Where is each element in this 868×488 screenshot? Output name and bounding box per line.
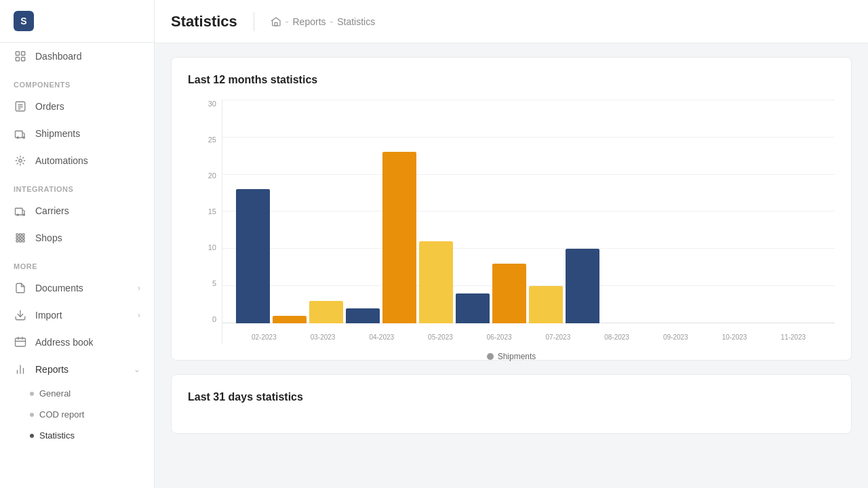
shipments-icon [14, 127, 27, 140]
svg-point-11 [19, 159, 22, 163]
y-label-5: 5 [212, 279, 216, 287]
x-label-08-2023: 08-2023 [589, 333, 645, 341]
y-label-0: 0 [212, 315, 216, 323]
sidebar-item-shipments[interactable]: Shipments [0, 120, 154, 147]
reports-label: Reports [35, 364, 68, 375]
svg-rect-4 [16, 102, 25, 111]
documents-icon [14, 281, 27, 295]
address-book-label: Address book [35, 337, 94, 348]
svg-rect-19 [20, 237, 22, 239]
breadcrumb-reports-link[interactable]: Reports [293, 16, 326, 27]
import-label: Import [35, 310, 62, 321]
sidebar-item-address-book[interactable]: Address book [0, 329, 154, 356]
legend-shipments-label: Shipments [498, 352, 536, 361]
sub-dot-cod [30, 413, 34, 417]
sidebar-item-reports[interactable]: Reports ⌄ [0, 356, 154, 383]
sidebar-sub-general[interactable]: General [0, 383, 154, 404]
sub-cod-label: COD report [39, 409, 84, 420]
section-integrations: INTEGRATIONS [0, 174, 154, 197]
sub-dot-statistics [30, 434, 34, 438]
sidebar-sub-cod-report[interactable]: COD report [0, 404, 154, 425]
bar-09-2023 [492, 264, 526, 323]
page-title: Statistics [171, 13, 237, 30]
chart-12months-container: Shipments 30 25 20 15 10 5 0 [188, 100, 835, 344]
sidebar-item-dashboard[interactable]: Dashboard [0, 43, 154, 70]
logo-icon: S [14, 11, 34, 31]
bar-05-2023 [346, 308, 380, 323]
svg-rect-22 [20, 240, 22, 242]
bar-11-2023 [566, 249, 599, 323]
y-label-10: 10 [208, 243, 216, 251]
svg-rect-16 [20, 234, 22, 236]
chart-31days-title: Last 31 days statistics [188, 391, 835, 403]
sidebar-item-automations[interactable]: Automations [0, 147, 154, 174]
x-axis-labels: 02-202303-202304-202305-202306-202307-20… [222, 333, 835, 341]
svg-rect-1 [22, 52, 25, 55]
breadcrumb-sep2: - [330, 16, 334, 27]
documents-label: Documents [35, 283, 83, 293]
sub-statistics-label: Statistics [39, 430, 75, 441]
y-label-30: 30 [208, 100, 216, 108]
main-content: Last 12 months statistics Shipments 30 2… [155, 43, 868, 488]
reports-icon [14, 363, 27, 376]
sidebar: S Dashboard COMPONENTS Orders Shipments … [0, 0, 155, 488]
y-label-15: 15 [208, 207, 216, 216]
sidebar-item-carriers[interactable]: Carriers [0, 197, 154, 224]
sidebar-sub-statistics[interactable]: Statistics [0, 425, 154, 446]
x-label-02-2023: 02-2023 [236, 333, 292, 341]
shops-label: Shops [35, 232, 62, 243]
svg-rect-0 [16, 52, 19, 55]
shipments-label: Shipments [35, 128, 80, 139]
breadcrumb-current: Statistics [337, 16, 375, 27]
bar-07-2023 [419, 241, 453, 323]
section-components: COMPONENTS [0, 70, 154, 93]
breadcrumb-sep1: - [285, 16, 289, 27]
y-label-25: 25 [208, 136, 216, 144]
svg-rect-18 [16, 237, 18, 239]
svg-rect-17 [22, 234, 24, 236]
svg-rect-2 [16, 58, 19, 61]
bars-container [222, 100, 835, 323]
carriers-icon [14, 204, 27, 218]
shops-icon [14, 231, 27, 245]
import-arrow: › [138, 310, 140, 320]
orders-label: Orders [35, 101, 64, 112]
svg-rect-21 [16, 240, 18, 242]
breadcrumb: - Reports - Statistics [271, 16, 375, 27]
dashboard-label: Dashboard [35, 51, 82, 62]
sidebar-item-documents[interactable]: Documents › [0, 274, 154, 302]
header-divider [254, 12, 254, 31]
chart-12months-card: Last 12 months statistics Shipments 30 2… [171, 57, 852, 361]
orders-icon [14, 100, 27, 113]
svg-rect-23 [22, 240, 24, 242]
legend-shipments: Shipments [487, 352, 536, 361]
bar-04-2023 [309, 301, 343, 323]
import-icon [14, 308, 27, 322]
automations-label: Automations [35, 155, 88, 166]
svg-rect-3 [22, 58, 25, 61]
svg-rect-15 [16, 234, 18, 236]
chart-legend: Shipments [188, 352, 835, 361]
sub-dot-general [30, 392, 34, 396]
reports-arrow: ⌄ [134, 365, 140, 374]
legend-dot-shipments [487, 353, 494, 360]
y-label-20: 20 [208, 171, 216, 180]
x-label-07-2023: 07-2023 [530, 333, 587, 341]
chart-12months-title: Last 12 months statistics [188, 74, 835, 86]
bar-08-2023 [456, 293, 490, 323]
breadcrumb-home-icon[interactable] [271, 16, 281, 27]
sidebar-item-orders[interactable]: Orders [0, 93, 154, 120]
x-label-05-2023: 05-2023 [412, 333, 469, 341]
svg-rect-31 [275, 22, 277, 26]
svg-rect-20 [22, 237, 24, 239]
sidebar-item-shops[interactable]: Shops [0, 224, 154, 251]
x-label-09-2023: 09-2023 [648, 333, 704, 341]
sidebar-item-import[interactable]: Import › [0, 302, 154, 329]
x-label-04-2023: 04-2023 [353, 333, 410, 341]
svg-rect-12 [16, 208, 23, 215]
documents-arrow: › [138, 283, 140, 293]
x-label-10-2023: 10-2023 [707, 333, 763, 341]
dashboard-icon [14, 49, 27, 63]
bar-03-2023 [273, 316, 307, 323]
bar-06-2023 [382, 152, 416, 323]
